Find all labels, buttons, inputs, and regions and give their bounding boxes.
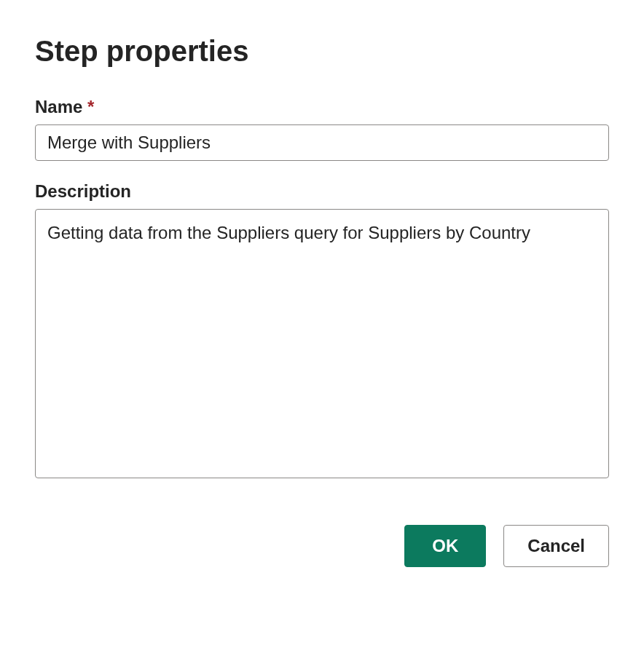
- name-field-group: Name *: [35, 97, 609, 161]
- description-field-group: Description: [35, 181, 609, 481]
- name-label-text: Name: [35, 97, 82, 116]
- button-row: OK Cancel: [35, 525, 609, 567]
- cancel-button[interactable]: Cancel: [503, 525, 609, 567]
- required-asterisk: *: [87, 97, 94, 116]
- description-textarea[interactable]: [35, 209, 609, 478]
- name-label: Name *: [35, 97, 609, 117]
- description-label: Description: [35, 181, 609, 202]
- dialog-title: Step properties: [35, 35, 609, 68]
- name-input[interactable]: [35, 124, 609, 161]
- ok-button[interactable]: OK: [404, 525, 486, 567]
